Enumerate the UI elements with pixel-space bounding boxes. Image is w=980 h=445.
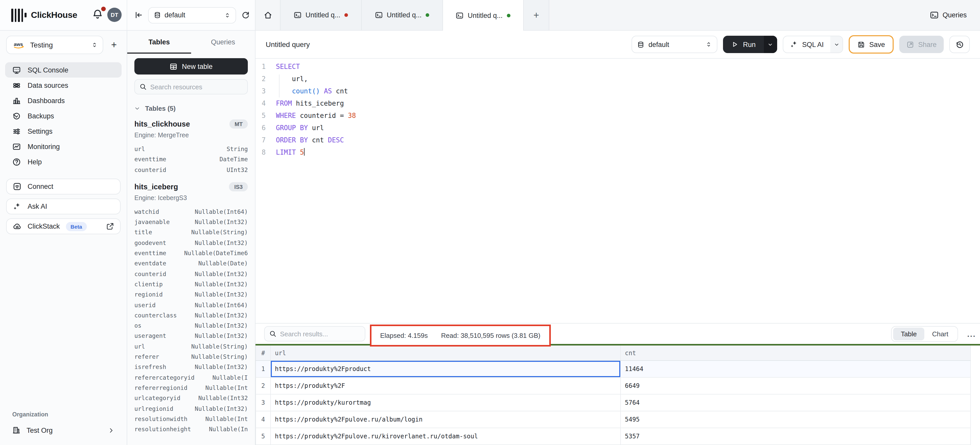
query-tab-2[interactable]: Untitled q... [361,0,442,30]
sql-ai-options-button[interactable] [830,36,843,52]
result-cnt-cell[interactable]: 5495 [621,411,971,428]
results-header-cnt[interactable]: cnt [621,345,971,360]
sidebar-item-data-sources[interactable]: Data sources [5,78,122,93]
query-workspace: Untitled query default Run SQ [256,31,980,445]
result-cnt-cell[interactable]: 6649 [621,378,971,394]
sidebar-item-label: Dashboards [28,97,65,105]
table-entry-header[interactable]: hits_icebergIS3 [134,182,248,192]
resources-search[interactable] [134,79,248,94]
result-cnt-cell[interactable]: 5357 [621,428,971,445]
query-tab-label: Untitled q... [387,11,422,19]
view-toggle-table[interactable]: Table [893,328,924,340]
code-line: FROM hits_iceberg [276,97,356,110]
chevron-updown-icon [91,41,98,49]
line-number: 6 [256,122,266,134]
tables-panel-tab-queries[interactable]: Queries [191,31,255,54]
new-table-button[interactable]: New table [134,58,248,74]
sidebar-shortcut-connect[interactable]: Connect [6,179,121,195]
result-cnt-cell[interactable]: 5764 [621,394,971,411]
notifications-bell-icon[interactable] [92,8,105,21]
table-engine-badge: IS3 [229,182,248,192]
table-column-row: useridNullable(Int64) [134,300,248,310]
result-url-cell[interactable]: https://produkty/kurortmag [271,394,621,411]
result-url-cell[interactable]: https://produkty%2Fproduct [271,361,621,377]
table-column-row: urlcategoryidNullable(Int32 [134,393,248,404]
share-button[interactable]: Share [899,36,944,53]
sidebar: aws Testing + SQL ConsoleData sourcesDas… [0,31,127,445]
result-url-cell[interactable]: https://produkty%2Fpulove.ru/kiroverlane… [271,428,621,445]
terminal-icon [930,11,939,19]
sidebar-item-dashboards[interactable]: Dashboards [5,93,122,108]
tab-status-dot [344,13,348,17]
tables-group-header[interactable]: Tables (5) [134,105,248,112]
home-icon [263,11,272,19]
help-icon [12,157,21,166]
text-cursor [304,148,305,156]
organization-section: Organization Test Org [0,411,127,438]
save-button[interactable]: Save [849,35,894,54]
code-token: AS [324,87,332,95]
refresh-button[interactable] [241,11,250,19]
result-url-cell[interactable]: https://produkty%2F [271,378,621,394]
column-name: eventtime [134,154,166,165]
result-url-cell[interactable]: https://produkty%2Fpulove.ru/album/login [271,411,621,428]
tables-group-label: Tables (5) [145,105,175,112]
share-icon [907,41,914,48]
chevron-updown-icon [224,11,231,19]
table-column-row: clientipNullable(Int32) [134,279,248,290]
home-button[interactable] [256,0,280,30]
code-token: url, [276,75,308,83]
tables-panel-tab-tables[interactable]: Tables [127,31,191,54]
sidebar-item-monitoring[interactable]: Monitoring [5,139,122,154]
result-row: 5https://produkty%2Fpulove.ru/kiroverlan… [256,428,971,445]
result-cnt-cell[interactable]: 11464 [621,361,971,377]
notification-dot [101,6,106,11]
table-column-row: urlNullable(String) [134,341,248,352]
tables-panel-tabs: TablesQueries [127,31,255,54]
new-tab-button[interactable]: + [524,0,549,30]
sidebar-shortcut-ask-ai[interactable]: Ask AI [6,198,121,214]
clickhouse-logo-icon [11,8,26,22]
queries-button-label: Queries [942,11,967,19]
table-entry-header[interactable]: hits_clickhouseMT [134,119,248,128]
column-type: Nullable(Int [205,414,248,424]
run-button[interactable]: Run [723,36,777,53]
column-type: Nullable(Int64) [195,300,248,310]
workspace-select[interactable]: aws Testing [6,36,103,54]
collapse-panel-button[interactable] [134,11,143,19]
sidebar-item-help[interactable]: Help [5,154,122,169]
query-tab-3[interactable]: Untitled q... [442,0,524,31]
results-more-button[interactable]: ... [967,330,976,338]
topbar-database-select[interactable]: default [148,7,236,23]
console-icon [12,66,21,74]
column-name: eventdate [134,258,166,269]
sidebar-item-settings[interactable]: Settings [5,124,122,139]
query-tab-1[interactable]: Untitled q... [280,0,361,30]
editor-code[interactable]: SELECT url, count() AS cntFROM hits_iceb… [270,61,356,323]
sidebar-item-backups[interactable]: Backups [5,108,122,124]
add-workspace-button[interactable]: + [107,39,121,51]
column-type: Nullable(I [213,372,248,383]
queries-button[interactable]: Queries [916,0,980,30]
sidebar-item-label: SQL Console [28,66,68,74]
results-search[interactable] [264,326,365,341]
organization-item[interactable]: Test Org [8,423,119,438]
run-options-button[interactable] [764,36,777,53]
resources-search-input[interactable] [150,83,243,90]
table-column-row: useragentNullable(Int32) [134,331,248,341]
code-token: GROUP BY [276,124,308,131]
code-token: WHERE [276,112,296,119]
query-history-button[interactable] [949,36,970,53]
table-column-row: eventtimeNullable(DateTime6 [134,248,248,258]
sql-ai-button[interactable]: SQL AI [783,36,843,53]
results-header-url[interactable]: url [271,345,621,360]
view-toggle-chart[interactable]: Chart [924,328,956,340]
sidebar-shortcut-clickstack[interactable]: ClickStackBeta [6,219,121,234]
column-name: url [134,341,145,352]
sql-editor[interactable]: 12345678 SELECT url, count() AS cntFROM … [256,59,980,323]
editor-database-select[interactable]: default [632,36,718,53]
sidebar-item-sql-console[interactable]: SQL Console [5,62,122,78]
avatar[interactable]: DT [107,8,122,22]
column-type: Nullable(Int32) [195,217,248,227]
results-search-input[interactable] [280,330,360,337]
